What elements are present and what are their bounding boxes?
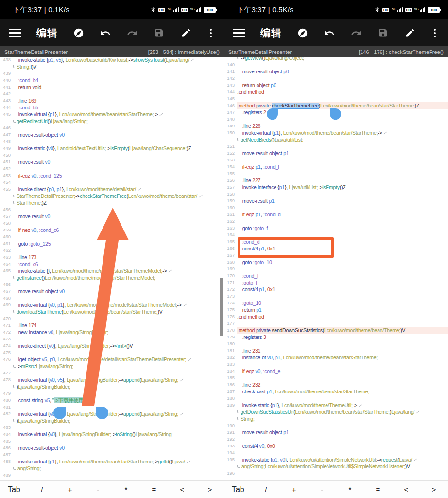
code-text[interactable] <box>13 404 224 410</box>
symbol-key[interactable]: = <box>364 485 392 494</box>
code-text[interactable] <box>237 293 448 300</box>
edit-pencil-icon[interactable] <box>404 27 415 39</box>
code-text[interactable]: StarTheme;)Z <box>13 199 224 206</box>
code-row[interactable]: 195 invoke-static {p1, v0}, Lcn/kuwo/ui/… <box>224 456 448 463</box>
code-text[interactable]: .end method <box>237 313 448 320</box>
code-row[interactable]: 186 .line 232 <box>224 381 448 388</box>
breadcrumb-file[interactable]: StarThemeDetailPresenter <box>4 49 68 55</box>
code-text[interactable] <box>13 390 224 397</box>
code-row[interactable]: 459 if-nez v0, :cond_c6 <box>0 227 224 233</box>
symbol-key[interactable]: + <box>56 485 84 494</box>
code-text[interactable] <box>13 138 224 145</box>
selection-handle-start[interactable] <box>267 108 278 120</box>
code-row[interactable]: 460 <box>0 233 224 240</box>
code-row[interactable]: 442 <box>0 90 224 97</box>
code-row[interactable]: 141 move-result-object p0 <box>224 68 448 75</box>
code-text[interactable]: lang/String;Lcn/kuwo/ui/attention/Simple… <box>237 463 448 470</box>
save-icon[interactable] <box>377 27 389 39</box>
code-row[interactable]: getNeedBieds()Ljava/util/List; <box>224 136 448 143</box>
code-text[interactable]: return p1 <box>237 306 448 313</box>
code-text[interactable]: if-nez v0, :cond_c6 <box>13 227 224 233</box>
code-row[interactable]: 467 move-result-object v0 <box>0 288 224 295</box>
code-text[interactable] <box>13 206 224 213</box>
code-text[interactable] <box>237 157 448 163</box>
code-row[interactable]: 469 invoke-virtual {v0, p1}, Lcn/kuwo/mo… <box>0 302 224 308</box>
code-text[interactable]: iget-object v5, p0, Lcn/kuwo/mod/theme/d… <box>13 356 224 363</box>
code-text[interactable]: :cond_b5 <box>13 104 224 111</box>
code-row[interactable]: 150 invoke-virtual {p1}, Lcn/kuwo/mod/th… <box>224 129 448 136</box>
code-row[interactable]: String;I)V <box>0 63 224 70</box>
code-text[interactable]: if-eqz v0, :cond_e <box>237 368 448 374</box>
symbol-key[interactable]: Tab <box>224 485 252 494</box>
code-editor-right[interactable]: ->getView()Ljava/lang/Object;140141 move… <box>224 57 448 480</box>
code-row[interactable]: 443 .line 169 <box>0 97 224 104</box>
code-row[interactable]: 143 return-object p0 <box>224 82 448 89</box>
code-text[interactable]: move-result-object v0 <box>13 131 224 138</box>
code-text[interactable] <box>237 422 448 429</box>
code-row[interactable]: 456 <box>0 206 224 213</box>
redo-icon[interactable] <box>126 27 138 39</box>
code-text[interactable] <box>13 336 224 342</box>
code-text[interactable]: :cond_c6 <box>13 261 224 267</box>
code-text[interactable]: invoke-static {v0}, Landroid/text/TextUt… <box>13 145 224 152</box>
code-text[interactable]: .line 226 <box>237 123 448 129</box>
code-text[interactable] <box>13 220 224 227</box>
code-text[interactable]: if-eqz p1, :cond_d <box>237 211 448 218</box>
code-row[interactable]: 175 return p1 <box>224 306 448 313</box>
code-text[interactable]: .registers 3 <box>237 334 448 340</box>
code-row[interactable]: String; <box>224 415 448 422</box>
code-text[interactable]: :cond_d <box>237 238 448 245</box>
code-row[interactable]: 190 <box>224 422 448 429</box>
undo-icon[interactable] <box>100 27 111 39</box>
code-row[interactable]: 447 move-result-object v0 <box>0 131 224 138</box>
save-icon[interactable] <box>153 27 165 39</box>
code-row[interactable]: 162 <box>224 218 448 225</box>
code-row[interactable]: 452 <box>0 165 224 172</box>
symbol-key[interactable]: > <box>196 485 224 494</box>
code-row[interactable]: 486 move-result-object v0 <box>0 445 224 451</box>
code-text[interactable]: invoke-direct {v0}, Ljava/lang/StringBui… <box>13 342 224 349</box>
code-text[interactable] <box>237 436 448 443</box>
code-row[interactable]: 145 <box>224 95 448 102</box>
code-row[interactable]: 179 .registers 3 <box>224 334 448 340</box>
code-row[interactable]: 466 <box>0 281 224 288</box>
code-row[interactable]: 474 invoke-direct {v0}, Ljava/lang/Strin… <box>0 342 224 349</box>
code-row[interactable]: 449 invoke-static {v0}, Landroid/text/Te… <box>0 145 224 152</box>
code-row[interactable]: 485 <box>0 438 224 445</box>
code-row[interactable]: 455 invoke-direct {p0, p1}, Lcn/kuwo/mod… <box>0 186 224 193</box>
code-text[interactable]: check-cast p1, Lcn/kuwo/mod/theme/bean/s… <box>237 388 448 395</box>
symbol-key[interactable]: - <box>308 485 336 494</box>
code-area-1[interactable]: ->getView()Ljava/lang/Object;140141 move… <box>224 57 448 477</box>
breadcrumb-file[interactable]: StarThemeDetailPresenter <box>228 49 292 55</box>
code-row[interactable]: 488 invoke-virtual {p1}, Lcn/kuwo/mod/th… <box>0 458 224 465</box>
code-row[interactable]: 155 <box>224 170 448 177</box>
code-text[interactable] <box>237 231 448 238</box>
code-text[interactable]: getInstance()Lcn/kuwo/mod/theme/model/st… <box>13 274 224 281</box>
code-text[interactable] <box>13 247 224 254</box>
code-text[interactable]: invoke-static {}, Lcn/kuwo/mod/theme/mod… <box>13 267 224 274</box>
code-text[interactable]: .line 227 <box>237 177 448 184</box>
code-text[interactable] <box>237 320 448 327</box>
code-row[interactable]: 484 invoke-virtual {v0}, Ljava/lang/Stri… <box>0 431 224 438</box>
code-text[interactable] <box>13 472 224 479</box>
code-row[interactable]: StarTheme;)Z <box>0 199 224 206</box>
code-text[interactable]: .line 169 <box>13 97 224 104</box>
code-row[interactable]: 152 move-result-object p1 <box>224 150 448 157</box>
code-text[interactable]: invoke-virtual {v0}, Ljava/lang/StringBu… <box>13 431 224 438</box>
code-text[interactable] <box>13 233 224 240</box>
code-text[interactable]: .line 231 <box>237 347 448 354</box>
breadcrumb-method-range[interactable]: [253 - 584] : immediatelyUse() <box>148 49 220 55</box>
code-text[interactable]: invoke-virtual {p1}, Lcn/kuwo/mod/theme/… <box>13 111 224 118</box>
symbol-key[interactable]: Tab <box>0 485 28 494</box>
code-area-0[interactable]: 438 invoke-static {p1, v5}, Lcn/kuwo/bas… <box>0 57 224 479</box>
code-row[interactable]: 164 <box>224 231 448 238</box>
code-row[interactable]: 151 <box>224 143 448 150</box>
code-text[interactable]: .line 232 <box>237 381 448 388</box>
code-row[interactable]: 181 .line 231 <box>224 347 448 354</box>
undo-icon[interactable] <box>324 27 335 39</box>
code-row[interactable]: 478 invoke-virtual {v0, v5}, Ljava/lang/… <box>0 376 224 383</box>
code-row[interactable]: 172 const/4 p1, 0x1 <box>224 286 448 293</box>
code-text[interactable]: move-result-object p1 <box>237 429 448 436</box>
code-text[interactable]: .line 173 <box>13 254 224 261</box>
code-row[interactable]: 477 <box>0 370 224 376</box>
